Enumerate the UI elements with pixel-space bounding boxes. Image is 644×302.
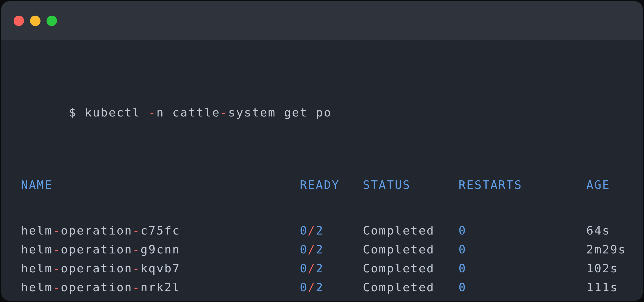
status-cell: Completed: [363, 297, 458, 301]
prompt-symbol: $: [69, 106, 77, 119]
column-header-status: STATUS: [363, 175, 458, 194]
ready-cell: 0/2: [300, 221, 363, 240]
column-header-name: NAME: [21, 175, 300, 194]
pod-name-cell: helm-operation-nrk2l: [21, 278, 300, 297]
ready-cell: 0/2: [300, 259, 363, 278]
table-row: helm-operation-c75fc0/2Completed064s: [21, 221, 643, 240]
table-row: helm-operation-nrk2l0/2Completed0111s: [21, 278, 643, 297]
command-line: $ kubectl -n cattle-system get po: [21, 84, 643, 103]
status-cell: Completed: [363, 221, 458, 240]
ready-cell: 0/2: [300, 297, 363, 301]
ready-cell: 0/2: [300, 278, 363, 297]
terminal-content: $ kubectl -n cattle-system get po NAMERE…: [1, 40, 643, 301]
pod-name-cell: helm-operation-kqvb7: [21, 259, 300, 278]
pod-name-cell: helm-operation-g9cnn: [21, 240, 300, 259]
command-text: kubectl -n cattle-system get po: [84, 106, 332, 119]
column-header-restarts: RESTARTS: [458, 175, 586, 194]
table-header-row: NAMEREADYSTATUSRESTARTSAGE: [21, 175, 643, 194]
blank-line: [21, 130, 643, 149]
terminal-window: $ kubectl -n cattle-system get po NAMERE…: [1, 1, 643, 301]
restarts-cell: 0: [458, 278, 586, 297]
close-button[interactable]: [14, 16, 24, 26]
restarts-cell: 0: [458, 240, 586, 259]
restarts-cell: 0: [458, 221, 586, 240]
pod-name-cell: helm-operation-c75fc: [21, 221, 300, 240]
titlebar: [1, 1, 643, 40]
column-header-ready: READY: [300, 175, 363, 194]
minimize-button[interactable]: [30, 16, 40, 26]
status-cell: Completed: [363, 259, 458, 278]
table-row: helm-operation-kqvb70/2Completed0102s: [21, 259, 643, 278]
age-cell: 2m29s: [586, 240, 626, 259]
column-header-age: AGE: [586, 175, 610, 194]
restarts-cell: 0: [458, 259, 586, 278]
age-cell: 39s: [586, 297, 610, 301]
table-row: helm-operation-vbqmk0/2Completed039s: [21, 297, 643, 301]
zoom-button[interactable]: [46, 16, 57, 26]
status-cell: Completed: [363, 240, 458, 259]
table-row: helm-operation-g9cnn0/2Completed02m29s: [21, 240, 643, 259]
age-cell: 102s: [586, 259, 618, 278]
ready-cell: 0/2: [300, 240, 363, 259]
status-cell: Completed: [363, 278, 458, 297]
table-rows: helm-operation-c75fc0/2Completed064shelm…: [21, 221, 643, 301]
restarts-cell: 0: [458, 297, 586, 301]
age-cell: 64s: [586, 221, 610, 240]
pod-name-cell: helm-operation-vbqmk: [21, 297, 300, 301]
age-cell: 111s: [586, 278, 618, 297]
